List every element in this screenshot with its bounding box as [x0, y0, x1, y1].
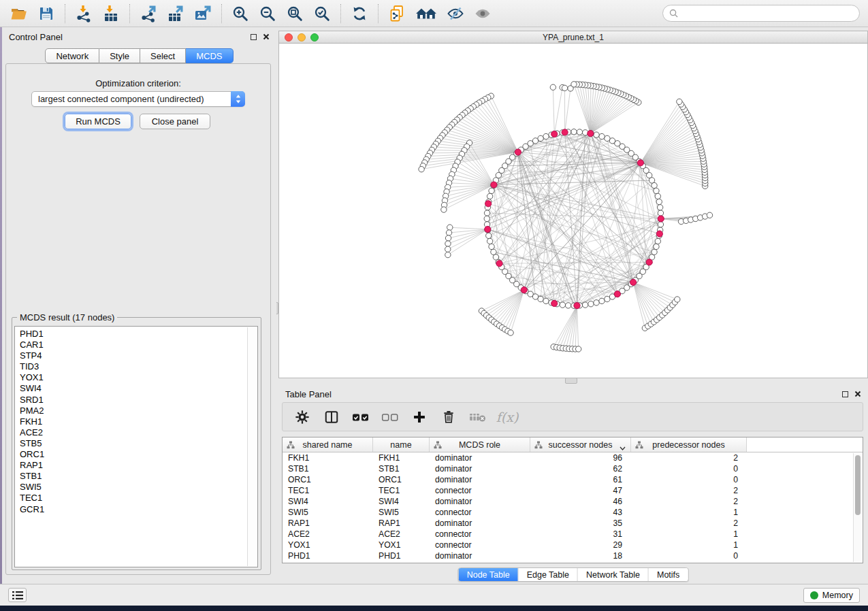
cell-name: SWI4 — [373, 497, 430, 506]
table-row[interactable]: FKH1 FKH1 dominator 96 2 — [283, 452, 863, 463]
cell-predecessor-nodes: 0 — [631, 475, 747, 484]
cell-name: SWI5 — [373, 508, 430, 517]
gear-icon[interactable] — [293, 410, 311, 425]
table-panel-tab[interactable]: Edge Table — [519, 568, 578, 581]
houses-icon[interactable] — [411, 3, 442, 24]
cell-predecessor-nodes: 2 — [631, 518, 747, 528]
export-table-icon[interactable] — [162, 3, 189, 24]
criterion-dropdown[interactable]: largest connected component (undirected) — [31, 91, 245, 107]
control-panel-tab[interactable]: Style — [99, 48, 140, 63]
mcds-result-item[interactable]: SWI5 — [20, 482, 257, 493]
horizontal-split-handle[interactable] — [565, 378, 577, 384]
deselect-all-icon[interactable] — [381, 411, 399, 423]
network-canvas[interactable] — [279, 44, 867, 378]
mcds-result-item[interactable]: SRD1 — [20, 395, 257, 406]
table-row[interactable]: ORC1 ORC1 dominator 61 0 — [283, 474, 863, 485]
mcds-result-list[interactable]: PHD1CAR1STP4TID3YOX1SWI4SRD1PMA2FKH1ACE2… — [14, 326, 258, 567]
cell-mcds-role: dominator — [430, 475, 530, 484]
mcds-result-item[interactable]: STB1 — [20, 471, 257, 482]
column-header[interactable]: successor nodes — [530, 437, 631, 452]
column-header[interactable]: MCDS role — [430, 437, 530, 452]
cell-mcds-role: connector — [430, 486, 530, 495]
save-session-icon[interactable] — [33, 3, 60, 24]
cell-name: PHD1 — [373, 551, 430, 561]
control-panel-tab[interactable]: MCDS — [186, 48, 233, 63]
table-scrollbar-thumb[interactable] — [855, 455, 861, 515]
control-panel-tab[interactable]: Select — [140, 48, 186, 63]
close-panel-icon[interactable] — [854, 391, 861, 397]
hierarchy-icon — [287, 441, 295, 451]
import-network-icon[interactable] — [70, 3, 97, 24]
show-all-icon[interactable] — [469, 3, 496, 24]
cell-name: YOX1 — [373, 540, 430, 550]
column-header[interactable]: name — [373, 437, 430, 452]
zoom-in-icon[interactable] — [227, 3, 254, 24]
table-row[interactable]: ACE2 ACE2 connector 31 1 — [283, 529, 863, 540]
optimization-criterion-label: Optimization criterion: — [6, 78, 270, 88]
cell-shared-name: SWI4 — [283, 497, 373, 506]
table-row[interactable]: PHD1 PHD1 dominator 18 0 — [283, 550, 863, 561]
table-panel-tab[interactable]: Node Table — [459, 568, 519, 581]
table-row[interactable]: RAP1 RAP1 dominator 35 2 — [283, 518, 863, 529]
zoom-selected-icon[interactable] — [308, 3, 336, 24]
mcds-result-item[interactable]: TEC1 — [20, 493, 257, 503]
float-panel-icon[interactable] — [842, 391, 848, 397]
split-columns-icon[interactable] — [323, 410, 340, 425]
zoom-fit-icon[interactable] — [281, 3, 308, 24]
table-scrollbar[interactable] — [853, 453, 862, 562]
mcds-result-item[interactable]: GCR1 — [20, 504, 257, 515]
run-mcds-button[interactable]: Run MCDS — [65, 114, 131, 129]
mcds-result-item[interactable]: SWI4 — [20, 383, 257, 394]
table-panel-tab[interactable]: Motifs — [649, 568, 688, 581]
mcds-result-item[interactable]: FKH1 — [20, 416, 257, 427]
cell-mcds-role: dominator — [430, 551, 530, 561]
table-row[interactable]: STB1 STB1 dominator 62 0 — [283, 463, 863, 474]
import-table-icon[interactable] — [97, 3, 125, 24]
add-column-icon[interactable] — [411, 410, 428, 424]
cell-successor-nodes: 31 — [530, 529, 631, 539]
mcds-result-item[interactable]: RAP1 — [20, 460, 257, 471]
float-panel-icon[interactable] — [251, 34, 257, 40]
table-panel-tab[interactable]: Network Table — [578, 568, 649, 581]
search-input[interactable] — [682, 9, 853, 18]
table-row[interactable]: YOX1 YOX1 connector 29 1 — [283, 540, 863, 550]
column-header[interactable]: predecessor nodes — [631, 437, 747, 452]
mcds-result-item[interactable]: STB5 — [20, 438, 257, 449]
toolbar-search — [662, 5, 860, 22]
network-view-window: YPA_prune.txt_1 — [278, 31, 868, 378]
hide-selected-icon[interactable] — [442, 3, 469, 24]
table-row[interactable]: SWI5 SWI5 connector 43 1 — [283, 507, 863, 518]
export-image-icon[interactable] — [189, 3, 216, 24]
cell-mcds-role: dominator — [430, 453, 530, 463]
table-row[interactable]: SWI4 SWI4 dominator 46 2 — [283, 496, 863, 507]
mcds-result-item[interactable]: ORC1 — [20, 449, 257, 460]
sort-desc-icon[interactable] — [620, 443, 626, 452]
mcds-result-item[interactable]: PHD1 — [20, 329, 257, 340]
mcds-result-item[interactable]: YOX1 — [20, 372, 257, 383]
cell-successor-nodes: 96 — [530, 453, 631, 463]
mcds-list-scrollbar[interactable] — [247, 327, 257, 566]
select-all-icon[interactable] — [352, 411, 370, 423]
table-row[interactable]: TEC1 TEC1 connector 47 2 — [283, 485, 863, 496]
zoom-out-icon[interactable] — [254, 3, 281, 24]
cell-successor-nodes: 35 — [530, 518, 631, 528]
network-graph[interactable] — [279, 44, 867, 378]
mcds-result-item[interactable]: CAR1 — [20, 340, 257, 350]
task-history-icon[interactable] — [8, 588, 27, 602]
delete-icon[interactable] — [440, 410, 457, 424]
control-panel-tab[interactable]: Network — [45, 48, 99, 63]
mcds-result-item[interactable]: TID3 — [20, 361, 257, 372]
mcds-result-item[interactable]: ACE2 — [20, 427, 257, 438]
export-network-icon[interactable] — [135, 3, 162, 24]
search-icon — [669, 9, 678, 18]
close-panel-icon[interactable] — [263, 33, 270, 40]
mcds-result-item[interactable]: STP4 — [20, 350, 257, 361]
memory-button[interactable]: Memory — [803, 588, 860, 603]
column-header[interactable]: shared name — [283, 437, 373, 452]
open-file-icon[interactable] — [5, 3, 33, 24]
refresh-icon[interactable] — [346, 3, 373, 24]
mcds-result-item[interactable]: PMA2 — [20, 406, 257, 416]
clone-network-icon[interactable] — [383, 3, 411, 24]
close-panel-button[interactable]: Close panel — [140, 114, 210, 129]
cell-successor-nodes: 47 — [530, 486, 631, 495]
